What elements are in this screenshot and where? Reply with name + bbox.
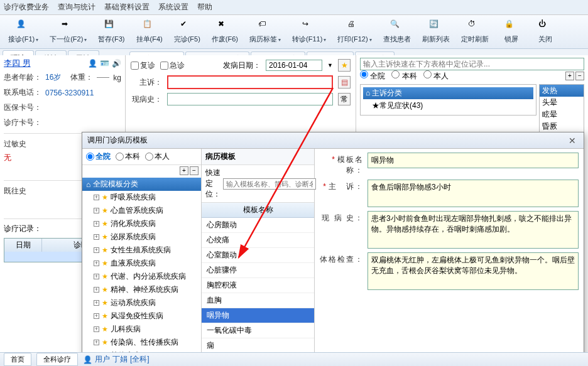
category-item[interactable]: +★风湿免疫性疾病 — [82, 309, 201, 323]
category-item[interactable]: +★运动系统疾病 — [82, 296, 201, 309]
常-button[interactable]: 常 — [338, 93, 351, 105]
star-icon: ★ — [102, 312, 108, 320]
scope-all[interactable]: 全院 — [360, 70, 385, 82]
template-panel-title: 病历模板 — [202, 149, 314, 165]
expand-icon[interactable]: + — [94, 195, 99, 200]
category-item[interactable]: +★女性生殖系统疾病 — [82, 244, 201, 257]
present-illness-input[interactable] — [167, 93, 333, 105]
chief-complaint-input[interactable] — [167, 75, 333, 89]
template-item[interactable]: 心房颤动 — [202, 218, 314, 233]
toolbar-icon: ⏱ — [468, 19, 482, 33]
category-item[interactable]: +★呼吸系统疾病 — [82, 191, 201, 204]
toolbar-button[interactable]: 💾暂存(F3) — [94, 18, 129, 46]
menu-item[interactable]: 系统设置 — [158, 2, 188, 13]
toolbar-button[interactable]: 🏷病历标签▾ — [245, 18, 285, 46]
expand-icon[interactable]: + — [94, 274, 99, 279]
category-item[interactable]: +★代谢、内分泌系统疾病 — [82, 270, 201, 283]
expand-button[interactable]: ▤ — [338, 76, 351, 89]
expand-icon[interactable]: + — [94, 208, 99, 213]
template-exam-field[interactable]: 双扁桃体无红肿，左扁桃体上极可见鱼刺状异物一个。咽后壁无充血，舌根会厌谷梨状窝等… — [368, 252, 579, 290]
status-tab-general[interactable]: 全科诊疗 — [36, 353, 78, 366]
symptom-list[interactable]: 发热 头晕 眩晕 昏厥 — [539, 84, 584, 133]
menu-item[interactable]: 基础资料设置 — [104, 2, 150, 13]
template-history-field[interactable]: 患者3小时前食鱼时出现左咽部异物扎刺感，咳之不能排出异物。异物感持续存在，吞咽时… — [368, 211, 579, 249]
expand-icon[interactable]: + — [94, 247, 99, 253]
category-item[interactable]: +★血液系统疾病 — [82, 257, 201, 270]
expand-icon[interactable]: + — [94, 300, 99, 306]
template-item[interactable]: 痫 — [202, 338, 314, 353]
person-icon[interactable]: 👤 — [88, 59, 97, 68]
category-item[interactable]: +★传染病、性传播疾病 — [82, 336, 201, 349]
template-item[interactable]: 心绞痛 — [202, 233, 314, 248]
collapse-all-button[interactable]: − — [575, 72, 584, 80]
star-icon: ★ — [102, 325, 108, 333]
category-item[interactable]: +★精神、神经系统疾病 — [82, 283, 201, 296]
close-button[interactable]: ✕ — [566, 136, 579, 146]
star-icon: ★ — [102, 207, 108, 215]
toolbar-button[interactable]: 👤接诊(F1)▾ — [4, 18, 43, 46]
template-name-field[interactable]: 咽异物 — [368, 153, 579, 168]
scope-dept-radio[interactable]: 本科 — [116, 151, 140, 162]
expand-all-button[interactable]: + — [565, 72, 574, 80]
expand-icon[interactable]: + — [94, 326, 99, 332]
followup-checkbox[interactable]: 复诊 — [131, 60, 155, 71]
toolbar-button[interactable]: 🔍查找患者 — [379, 18, 415, 46]
expand-icon[interactable]: + — [94, 221, 99, 227]
template-item[interactable]: 心脏骤停 — [202, 263, 314, 278]
id-icon[interactable]: 🪪 — [100, 59, 109, 68]
star-button[interactable]: ★ — [338, 59, 351, 72]
onset-date-input[interactable] — [266, 60, 322, 71]
sound-icon[interactable]: 🔊 — [112, 59, 121, 68]
toolbar-button[interactable]: ⏱定时刷新 — [457, 18, 493, 46]
expand-icon[interactable]: + — [94, 261, 99, 266]
menu-item[interactable]: 帮助 — [197, 2, 212, 13]
category-item[interactable]: +★消化系统疾病 — [82, 217, 201, 230]
template-item[interactable]: 一氧化碳中毒 — [202, 323, 314, 338]
star-icon: ★ — [102, 246, 108, 254]
toolbar-button[interactable]: ✔完诊(F5) — [170, 18, 205, 46]
scope-dept[interactable]: 本科 — [391, 70, 416, 82]
menu-item[interactable]: 查询与统计 — [58, 2, 95, 13]
toolbar-button[interactable]: ⏻关闭 — [530, 18, 561, 46]
template-list[interactable]: 心房颤动心绞痛心室颤动心脏骤停胸腔积液血胸咽异物一氧化碳中毒痫有机磷中毒支气管扩… — [202, 218, 314, 363]
status-tab-home[interactable]: 首页 — [4, 353, 31, 366]
template-search-input[interactable] — [223, 178, 316, 190]
present-illness-label: 现病史： — [131, 94, 162, 105]
category-item[interactable]: +★儿科疾病 — [82, 323, 201, 336]
expand-icon[interactable]: + — [94, 340, 99, 345]
menu-item[interactable]: 诊疗收费业务 — [4, 2, 49, 13]
toolbar-button[interactable]: ➡下一位(F2)▾ — [45, 18, 91, 46]
category-item[interactable]: +★泌尿系统疾病 — [82, 230, 201, 244]
collapse-all-button[interactable]: − — [190, 166, 199, 175]
expand-icon[interactable]: + — [94, 234, 99, 240]
symptom-item[interactable]: 眩晕 — [540, 109, 584, 121]
template-chief-field[interactable]: 食鱼后咽部异物感3小时 — [368, 180, 579, 207]
toolbar-button[interactable]: ↪转诊(F11)▾ — [288, 18, 330, 46]
expand-all-button[interactable]: + — [180, 166, 188, 175]
template-item[interactable]: 血胸 — [202, 293, 314, 308]
complaint-tree[interactable]: ⌂ 主诉分类 ★常见症状(43) — [360, 84, 536, 116]
category-item[interactable]: +★心血管系统疾病 — [82, 204, 201, 217]
toolbar-icon: 💾 — [104, 19, 118, 33]
toolbar-button[interactable]: 🖨打印(F12)▾ — [333, 18, 376, 46]
scope-self[interactable]: 本人 — [423, 70, 449, 82]
template-list-panel: 病历模板 快速定位： 模板名称 心房颤动心绞痛心室颤动心脏骤停胸腔积液血胸咽异物… — [202, 149, 315, 363]
symptom-item[interactable]: 头晕 — [540, 97, 584, 109]
category-tree[interactable]: ⌂全院模板分类 +★呼吸系统疾病+★心血管系统疾病+★消化系统疾病+★泌尿系统疾… — [82, 176, 201, 363]
toolbar-button[interactable]: 🔒锁屏 — [496, 18, 527, 46]
template-item[interactable]: 咽异物 — [202, 308, 314, 323]
toolbar-button[interactable]: ✖作废(F6) — [207, 18, 242, 46]
template-item[interactable]: 心室颤动 — [202, 248, 314, 263]
toolbar-button[interactable]: 🔄刷新列表 — [418, 18, 454, 46]
scope-self-radio[interactable]: 本人 — [145, 151, 170, 162]
toolbar-button[interactable]: 📋挂单(F4) — [132, 18, 167, 46]
expand-icon[interactable]: + — [94, 287, 99, 293]
template-item[interactable]: 胸腔积液 — [202, 278, 314, 293]
scope-all-radio[interactable]: 全院 — [86, 151, 111, 162]
symptom-item[interactable]: 昏厥 — [540, 121, 584, 132]
chief-search-input[interactable] — [360, 58, 584, 70]
patient-name[interactable]: 李四 男 — [4, 58, 31, 69]
tree-node[interactable]: ★常见症状(43) — [363, 99, 533, 112]
emergency-checkbox[interactable]: 急诊 — [160, 60, 185, 71]
expand-icon[interactable]: + — [94, 313, 99, 319]
